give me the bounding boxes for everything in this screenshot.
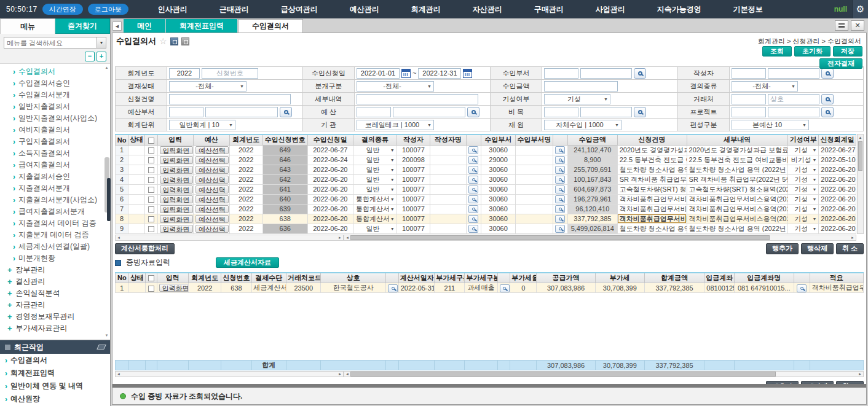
form-text-input[interactable] xyxy=(169,68,200,79)
refresh-icon[interactable] xyxy=(170,37,178,45)
form-text-input[interactable] xyxy=(205,107,278,117)
document-tab[interactable]: 회계전표입력 xyxy=(166,19,237,33)
search-lookup-button[interactable] xyxy=(280,107,292,117)
grid-button[interactable]: 입력화면 xyxy=(160,166,193,174)
row-lookup-button[interactable] xyxy=(468,195,478,203)
form-select[interactable]: -전체-▼ xyxy=(732,81,798,92)
recent-item[interactable]: ›수입결의서 xyxy=(0,354,110,367)
form-text-input[interactable] xyxy=(580,107,632,117)
form-text-input[interactable] xyxy=(169,107,203,117)
row-lookup-button[interactable] xyxy=(555,225,565,233)
row-checkbox[interactable] xyxy=(148,177,154,183)
document-tab[interactable]: 메인 xyxy=(124,19,165,33)
grid-dropdown[interactable]: 기성▼ xyxy=(790,185,816,194)
row-checkbox[interactable] xyxy=(148,197,154,203)
row-lookup-button[interactable] xyxy=(555,205,565,213)
grid-button[interactable]: 예산선택 xyxy=(195,156,229,164)
grid-button[interactable]: 예산선택 xyxy=(195,225,229,233)
grid-dropdown[interactable]: 일반▼ xyxy=(355,165,395,174)
grid-button[interactable]: 예산선택 xyxy=(195,166,229,174)
logout-button[interactable]: 로그아웃 xyxy=(88,4,128,15)
grid-dropdown[interactable]: 비기성▼ xyxy=(790,155,816,165)
row-lookup-button[interactable] xyxy=(555,156,565,164)
grid-row[interactable]: 3입력화면예산선택20226432022-06-20일반▼10007730060… xyxy=(116,165,856,174)
grid1-hscrollbar[interactable]: ◄► ◄► xyxy=(115,235,856,241)
grid-button[interactable]: 입력화면 xyxy=(160,176,193,184)
row-checkbox[interactable] xyxy=(148,216,154,222)
row-lookup-button[interactable] xyxy=(500,284,510,292)
topbar-menu-item[interactable]: 회계관리 xyxy=(411,4,441,15)
grid-dropdown[interactable]: 일반▼ xyxy=(355,185,395,194)
form-text-input[interactable] xyxy=(418,68,461,79)
sidebar-item[interactable]: ›급여지출결의서분개 xyxy=(0,206,110,217)
row-checkbox[interactable] xyxy=(148,167,154,173)
grid-button[interactable]: 입력화면 xyxy=(160,215,193,223)
scroll-left-icon[interactable]: ◄ xyxy=(344,372,350,377)
sidebar-item[interactable]: ›수입결의서 xyxy=(0,66,110,77)
extend-time-button[interactable]: 시간연장 xyxy=(42,4,83,15)
row-lookup-button[interactable] xyxy=(468,215,478,223)
grid-dropdown[interactable]: 기성▼ xyxy=(790,214,816,224)
form-select[interactable]: 자체수입 | 1000▼ xyxy=(544,120,621,130)
save-button[interactable]: 저장 xyxy=(833,46,862,57)
grid-row[interactable]: 7입력화면예산선택20226392022-06-20통합계산서▼10007730… xyxy=(116,204,856,214)
scroll-thumb[interactable] xyxy=(350,372,776,377)
grid-dropdown[interactable]: 일반▼ xyxy=(355,155,395,165)
form-text-input[interactable] xyxy=(768,107,819,117)
topbar-menu-item[interactable]: 인사관리 xyxy=(158,4,187,15)
tab-favorites[interactable]: 즐겨찾기 xyxy=(55,18,110,34)
row-lookup-button[interactable] xyxy=(388,284,398,292)
scroll-right-icon[interactable]: ► xyxy=(850,235,856,240)
sidebar-item[interactable]: ›지출결의서 데이터 검증 xyxy=(0,217,110,229)
sidebar-item[interactable]: ›세금계산서연결(일괄) xyxy=(0,241,110,252)
grid-dropdown[interactable]: 기성▼ xyxy=(790,195,816,204)
calendar-icon[interactable] xyxy=(401,69,411,78)
sidebar-item[interactable]: ›여비지출결의서 xyxy=(0,124,110,136)
row-lookup-button[interactable] xyxy=(555,195,565,203)
form-text-input[interactable] xyxy=(169,94,291,104)
grid1-add-row-button[interactable]: 행추가 xyxy=(766,243,799,254)
grid-row[interactable]: 4입력화면예산선택20226422022-06-20일반▼10007730060… xyxy=(116,174,856,184)
grid-row[interactable]: 1입력화면2022638세금계산서/...23500한국철도공사2022-05-… xyxy=(116,283,864,293)
scroll-right-icon[interactable]: ► xyxy=(857,372,863,377)
search-lookup-button[interactable] xyxy=(634,68,646,79)
row-lookup-button[interactable] xyxy=(468,225,478,233)
reset-button[interactable]: 초기화 xyxy=(794,46,831,57)
form-text-input[interactable] xyxy=(732,94,766,104)
grid-row[interactable]: 2입력화면예산선택20226462022-06-24일반▼20009829000… xyxy=(116,155,856,165)
scroll-thumb[interactable] xyxy=(858,141,862,171)
form-select[interactable]: 기성▼ xyxy=(544,94,610,104)
form-text-input[interactable] xyxy=(732,107,766,117)
row-lookup-button[interactable] xyxy=(468,146,478,154)
favorite-star-icon[interactable]: ☆ xyxy=(159,36,167,46)
popup-icon[interactable] xyxy=(181,37,189,45)
form-select[interactable]: -전체-▼ xyxy=(357,81,434,92)
row-lookup-button[interactable] xyxy=(797,284,807,292)
form-text-input[interactable] xyxy=(357,107,391,117)
row-lookup-button[interactable] xyxy=(555,185,565,193)
grid-button[interactable]: 예산선택 xyxy=(195,215,229,223)
row-checkbox[interactable] xyxy=(148,157,154,163)
form-text-input[interactable] xyxy=(202,68,258,79)
scroll-left-icon[interactable]: ◄ xyxy=(116,235,122,240)
grid-row[interactable]: 1입력화면예산선택20226492022-06-27일반▼10007730060… xyxy=(116,145,856,155)
tax-invoice-button[interactable]: 세금계산서자료 xyxy=(216,257,279,268)
form-text-input[interactable] xyxy=(768,68,819,79)
sidebar-item[interactable]: ›지출분개 데이터 검증 xyxy=(0,229,110,241)
scroll-thumb[interactable] xyxy=(350,235,770,240)
expand-all-button[interactable]: + xyxy=(97,52,106,61)
row-lookup-button[interactable] xyxy=(555,215,565,223)
form-text-input[interactable] xyxy=(768,94,819,104)
row-checkbox[interactable] xyxy=(148,147,154,154)
grid-button[interactable]: 입력화면 xyxy=(160,185,193,193)
menu-search-input[interactable] xyxy=(4,37,97,49)
grid-dropdown[interactable]: 일반▼ xyxy=(355,224,395,233)
row-lookup-button[interactable] xyxy=(468,156,478,164)
topbar-menu-item[interactable]: 근태관리 xyxy=(219,4,249,15)
row-lookup-button[interactable] xyxy=(468,205,478,213)
settings-button[interactable]: ⚙ xyxy=(852,0,868,18)
row-checkbox[interactable] xyxy=(148,226,154,232)
scroll-up-icon[interactable]: ▲ xyxy=(858,135,863,141)
search-dropdown-button[interactable]: ▼ xyxy=(97,37,106,49)
grid-button[interactable]: 예산선택 xyxy=(195,205,229,213)
